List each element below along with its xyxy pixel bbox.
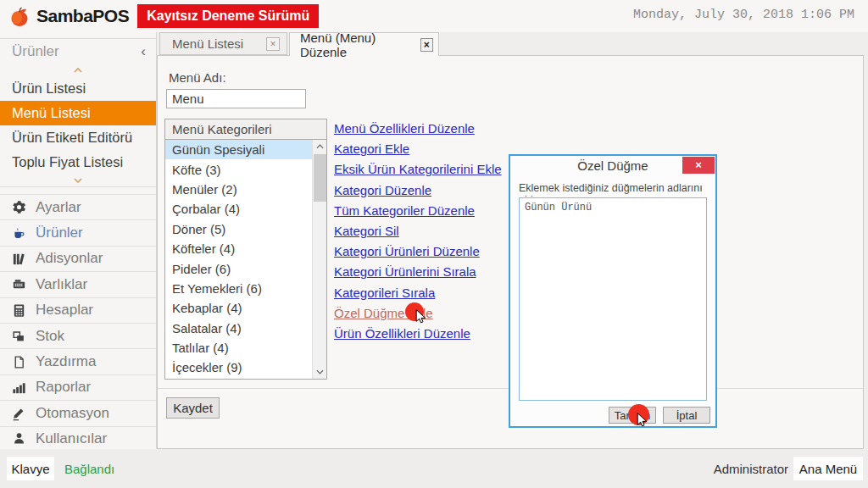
link-tum-kategoriler-duzenle[interactable]: Tüm Kategoriler Düzenle [334, 203, 502, 224]
keyboard-button[interactable]: Klavye [7, 457, 54, 480]
category-row[interactable]: Et Yemekleri (6) [165, 279, 312, 298]
button-names-textarea[interactable]: Günün Ürünü [519, 197, 707, 401]
link-eksik-urun-kategorilerini-ekle[interactable]: Eksik Ürün Kategorilerini Ekle [334, 162, 502, 182]
sidebar-section-products: Ürünler ‹ Ürün Listesi Menü Listesi Ürün… [0, 38, 156, 187]
sidebar-item-urun-listesi[interactable]: Ürün Listesi [0, 76, 156, 101]
mouse-cursor-icon [634, 412, 651, 429]
sidebar-section-header: Ürünler ‹ [0, 39, 156, 64]
link-kategori-duzenle[interactable]: Kategori Düzenle [334, 183, 502, 203]
menu-name-label: Menü Adı: [169, 70, 226, 85]
chevron-down-icon[interactable] [0, 175, 156, 186]
category-row[interactable]: Çorbalar (4) [165, 199, 312, 219]
category-row[interactable]: Köfte (3) [165, 159, 312, 179]
status-bar: Klavye Bağlandı Administrator Ana Menü [0, 449, 868, 488]
nav-item-adisyonlar[interactable]: Adisyonlar [0, 246, 156, 271]
category-row[interactable]: Günün Spesiyali [165, 140, 312, 159]
nav-item-ayarlar[interactable]: Ayarlar [0, 194, 156, 219]
bar-chart-icon [10, 379, 27, 396]
link-kategori-urunlerini-sirala[interactable]: Kategori Ürünlerini Sırala [334, 264, 502, 285]
mouse-cursor-icon [413, 308, 430, 325]
nav-item-hesaplar[interactable]: Hesaplar [0, 297, 156, 323]
connection-status: Bağlandı [64, 462, 114, 476]
document-icon [10, 353, 27, 370]
category-row[interactable]: Salatalar (4) [165, 319, 312, 338]
scrollbar[interactable] [312, 140, 326, 379]
link-kategori-ekle[interactable]: Kategori Ekle [334, 141, 502, 162]
category-listbox: Menü Kategorileri Günün Spesiyali Köfte … [164, 119, 327, 380]
scroll-down-icon[interactable] [313, 365, 327, 379]
pencil-icon [10, 405, 27, 422]
trial-badge: Kayıtsız Deneme Sürümü [137, 4, 319, 28]
tab-menu-duzenle[interactable]: Menü (Menu) Düzenle × [289, 32, 439, 56]
category-row[interactable]: Köfteler (4) [165, 239, 312, 258]
cash-register-icon [10, 276, 27, 293]
chevron-up-icon[interactable] [0, 64, 156, 76]
brand-title: SambaPOS [36, 6, 129, 26]
folders-icon [10, 328, 27, 345]
sidebar-nav: Ayarlar Ürünler Adisyonlar Varlıklar Hes… [0, 194, 156, 452]
user-icon [10, 430, 27, 447]
sidebar-item-urun-etiketi-editoru[interactable]: Ürün Etiketi Editörü [0, 125, 156, 150]
nav-item-raporlar[interactable]: Raporlar [0, 374, 156, 400]
top-bar: SambaPOS Kayıtsız Deneme Sürümü Monday, … [0, 0, 868, 32]
sambapos-logo-icon [8, 5, 31, 28]
books-icon [10, 250, 27, 267]
save-button[interactable]: Kaydet [166, 397, 220, 419]
gear-icon [10, 199, 27, 216]
brand: SambaPOS Kayıtsız Deneme Sürümü [8, 4, 319, 28]
nav-item-kullanicilar[interactable]: Kullanıcılar [0, 426, 156, 452]
dialog-close-icon[interactable]: × [682, 157, 715, 174]
link-menu-ozellikleri-duzenle[interactable]: Menü Özellikleri Düzenle [334, 121, 502, 141]
category-row[interactable]: İçecekler (9) [165, 358, 312, 377]
category-list-header: Menü Kategorileri [164, 119, 327, 139]
calculator-icon [10, 302, 27, 319]
sidebar: Ürünler ‹ Ürün Listesi Menü Listesi Ürün… [0, 32, 157, 449]
nav-item-yazdirma[interactable]: Yazdırma [0, 348, 156, 374]
category-row[interactable]: Tatlılar (4) [165, 338, 312, 358]
menu-name-input[interactable] [166, 89, 306, 108]
nav-item-otomasyon[interactable]: Otomasyon [0, 400, 156, 425]
coffee-cup-icon [10, 225, 27, 241]
main-menu-button[interactable]: Ana Menü [793, 457, 863, 480]
nav-item-varliklar[interactable]: Varlıklar [0, 271, 156, 297]
link-urun-ozellikleri-duzenle[interactable]: Ürün Özellikleri Düzenle [334, 326, 502, 347]
close-tab-icon[interactable]: × [420, 38, 433, 52]
nav-item-stok[interactable]: Stok [0, 323, 156, 348]
collapse-icon[interactable]: ‹ [141, 43, 146, 60]
custom-button-dialog: Özel Düğme × Eklemek istediğiniz düğmele… [509, 154, 717, 428]
logged-in-user: Administrator [714, 462, 788, 476]
category-list[interactable]: Günün Spesiyali Köfte (3) Menüler (2) Ço… [164, 139, 327, 380]
category-row[interactable]: Kebaplar (4) [165, 298, 312, 318]
sidebar-section-title: Ürünler [12, 43, 59, 60]
cancel-button[interactable]: İptal [663, 407, 710, 424]
category-row[interactable]: Pideler (6) [165, 258, 312, 278]
scroll-up-icon[interactable] [313, 140, 327, 153]
category-row[interactable]: Menüler (2) [165, 180, 312, 199]
tab-menu-listesi[interactable]: Menü Listesi × [159, 32, 287, 55]
datetime-label: Monday, July 30, 2018 1:06 PM [633, 8, 854, 22]
sidebar-item-menu-listesi[interactable]: Menü Listesi [0, 101, 156, 125]
link-kategori-urunleri-duzenle[interactable]: Kategori Ürünleri Düzenle [334, 244, 502, 264]
close-tab-icon[interactable]: × [266, 37, 280, 51]
nav-item-urunler[interactable]: Ürünler [0, 219, 156, 245]
link-kategori-sil[interactable]: Kategori Sil [334, 224, 502, 244]
category-row[interactable]: Döner (5) [165, 219, 312, 239]
sidebar-item-toplu-fiyat-listesi[interactable]: Toplu Fiyat Listesi [0, 150, 156, 175]
scrollbar-thumb[interactable] [314, 154, 326, 202]
